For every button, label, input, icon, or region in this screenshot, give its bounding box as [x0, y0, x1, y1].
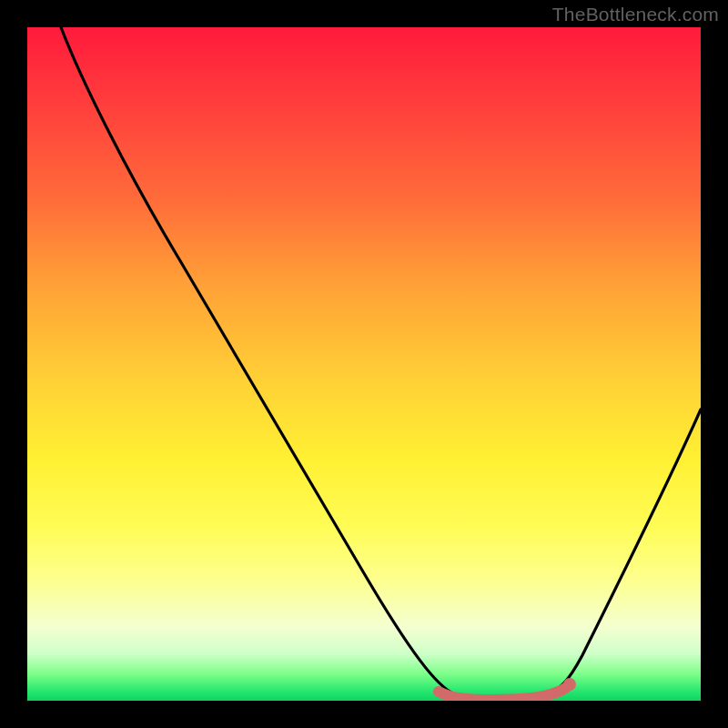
- gradient-plot-area: [27, 27, 701, 701]
- watermark-text: TheBottleneck.com: [552, 4, 719, 25]
- chart-frame: TheBottleneck.com: [0, 0, 728, 728]
